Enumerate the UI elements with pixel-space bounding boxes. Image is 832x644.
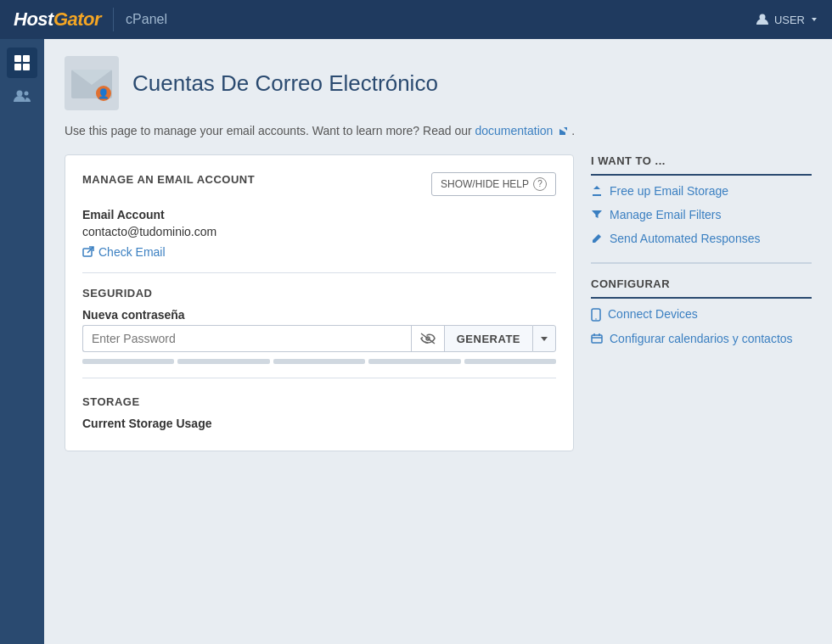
user-label: USER (774, 14, 805, 26)
send-automated-link[interactable]: Send Automated Responses (591, 232, 812, 245)
svg-rect-2 (23, 55, 30, 62)
right-panel-divider (591, 262, 812, 264)
external-link-icon (558, 126, 568, 137)
logo-host-text: Host (14, 8, 53, 30)
svg-point-5 (17, 91, 23, 97)
right-panel: I WANT TO ... Free up Email Storage Mana… (591, 154, 812, 362)
sidebar-item-users[interactable] (7, 81, 37, 112)
upload-icon (591, 185, 603, 197)
svg-rect-4 (23, 64, 30, 70)
svg-rect-1 (14, 55, 21, 62)
external-link-small-icon (82, 246, 94, 258)
storage-title: STORAGE (82, 395, 556, 408)
section-divider-2 (82, 378, 556, 378)
user-icon (756, 13, 769, 26)
svg-rect-3 (14, 64, 21, 70)
password-input[interactable] (82, 325, 411, 352)
svg-text:👤: 👤 (98, 87, 110, 99)
strength-bar-4 (368, 359, 460, 364)
toggle-password-button[interactable] (411, 325, 444, 352)
documentation-link[interactable]: documentation (475, 124, 572, 137)
generate-button[interactable]: GENERATE (444, 325, 532, 352)
strength-bar-1 (82, 359, 174, 364)
hostgator-logo: HostGator (14, 8, 101, 31)
filter-icon (591, 209, 603, 221)
user-menu[interactable]: USER (756, 13, 818, 26)
users-icon (12, 87, 32, 107)
seguridad-title: SEGURIDAD (82, 287, 556, 300)
i-want-to-title: I WANT TO ... (591, 154, 812, 176)
generate-dropdown-button[interactable] (532, 325, 556, 352)
email-account-value: contacto@tudominio.com (82, 225, 556, 238)
email-envelope-icon: 👤 (68, 61, 115, 105)
main-card: MANAGE AN EMAIL ACCOUNT SHOW/HIDE HELP E… (65, 154, 574, 451)
main-layout: 👤 Cuentas De Correo Electrónico Use this… (0, 39, 832, 644)
two-column-layout: MANAGE AN EMAIL ACCOUNT SHOW/HIDE HELP E… (65, 154, 812, 451)
strength-bar-5 (464, 359, 556, 364)
storage-section: STORAGE Current Storage Usage (82, 395, 556, 430)
page-header: 👤 Cuentas De Correo Electrónico (65, 56, 812, 110)
manage-email-filters-link[interactable]: Manage Email Filters (591, 208, 812, 221)
email-account-label: Email Account (82, 208, 556, 221)
configurar-calendarios-link[interactable]: Configurar calendarios y contactos (591, 332, 812, 345)
configurar-section: CONFIGURAR Connect Devices (591, 277, 812, 345)
manage-section: MANAGE AN EMAIL ACCOUNT SHOW/HIDE HELP E… (82, 172, 556, 259)
top-navigation: HostGator cPanel USER (0, 0, 832, 39)
svg-point-6 (25, 92, 29, 96)
grid-icon (13, 53, 31, 72)
password-row: GENERATE (82, 325, 556, 352)
password-strength-bars (82, 359, 556, 364)
chevron-down-icon (810, 15, 818, 24)
page-title: Cuentas De Correo Electrónico (132, 70, 438, 97)
strength-bar-3 (273, 359, 365, 364)
cpanel-label: cPanel (126, 12, 167, 27)
check-email-link[interactable]: Check Email (82, 245, 556, 259)
main-content: 👤 Cuentas De Correo Electrónico Use this… (44, 39, 832, 644)
section-divider-1 (82, 272, 556, 273)
chevron-down-generate-icon (540, 336, 548, 342)
eye-slash-icon (420, 333, 436, 344)
logo-gator-text: Gator (53, 8, 101, 30)
nav-divider (113, 8, 114, 31)
configurar-title: CONFIGURAR (591, 277, 812, 299)
current-usage-label: Current Storage Usage (82, 417, 556, 430)
page-icon: 👤 (65, 56, 119, 110)
strength-bar-2 (177, 359, 269, 364)
sidebar (0, 39, 44, 644)
mobile-icon (591, 308, 601, 322)
pencil-icon (591, 232, 603, 244)
manage-section-title: MANAGE AN EMAIL ACCOUNT (82, 173, 255, 186)
svg-point-14 (595, 318, 597, 320)
card-icon (591, 333, 603, 344)
password-label: Nueva contraseña (82, 308, 556, 322)
connect-devices-link[interactable]: Connect Devices (591, 307, 812, 322)
sidebar-item-grid[interactable] (7, 48, 37, 78)
page-description: Use this page to manage your email accou… (65, 124, 812, 137)
logo-area: HostGator cPanel (14, 8, 167, 31)
i-want-to-section: I WANT TO ... Free up Email Storage Mana… (591, 154, 812, 245)
svg-rect-16 (592, 335, 602, 343)
free-up-storage-link[interactable]: Free up Email Storage (591, 184, 812, 198)
show-hide-help-button[interactable]: SHOW/HIDE HELP (431, 172, 556, 196)
seguridad-section: SEGURIDAD Nueva contraseña GENERATE (82, 287, 556, 364)
